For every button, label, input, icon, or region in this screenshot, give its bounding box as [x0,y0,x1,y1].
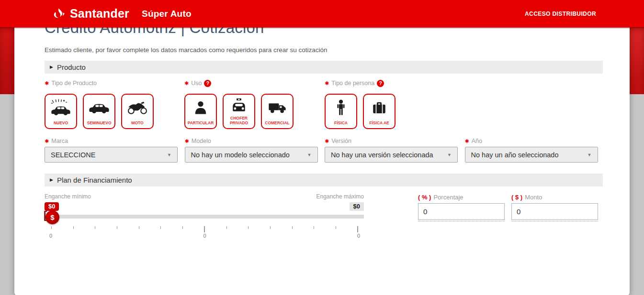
distributor-access-link[interactable]: ACCESO DISTRIBUIDOR [525,11,596,17]
brand-logo[interactable]: Santander [52,7,129,21]
slider-ticks [51,226,358,232]
tipo-persona-options: FÍSICA FÍSICA AE [325,94,603,129]
section-producto[interactable]: ▶ Producto [45,61,603,74]
field-porcentaje: ( % ) Porcentaje [418,193,505,239]
option-particular[interactable]: PARTICULAR [184,94,217,129]
required-asterisk: ✱ [45,81,49,86]
taxi-icon [224,95,254,116]
marca-select[interactable]: SELECCIONE ▼ [45,147,178,163]
help-icon[interactable]: ? [204,80,211,87]
chevron-down-icon: ▼ [307,153,312,157]
top-navbar: Santander Súper Auto ACCESO DISTRIBUIDOR [0,0,644,27]
enganche-slider-group: Enganche mínimo Enganche máximo $0 $0 [ … [45,193,364,239]
option-chofer-privado[interactable]: CHOFER PRIVADO [223,94,255,129]
option-fisica[interactable]: FÍSICA [325,94,357,129]
motorcycle-icon [122,95,153,120]
page: Santander Súper Auto ACCESO DISTRIBUIDOR… [0,0,644,295]
uso-options: PARTICULAR [184,94,325,129]
option-nuevo[interactable]: NUEVO [45,94,77,129]
person-icon [185,95,216,120]
slider: [ $ [45,211,364,224]
triangle-right-icon: ▶ [50,178,53,182]
required-asterisk: ✱ [45,139,49,144]
chevron-down-icon: ▼ [588,153,592,157]
page-subtitle: Estimado cliente, por favor complete los… [45,46,603,54]
modelo-label: ✱ Modelo [185,137,318,145]
monto-label: ( $ ) Monto [511,193,598,201]
required-asterisk: ✱ [325,81,329,86]
tipo-producto-options: NUEVO SEMINUEVO [45,94,184,129]
slider-tick-labels: 0 0 0 [49,233,360,239]
max-value-badge: $0 [350,202,364,211]
field-version: ✱ Versión No hay una versión seleccionad… [325,137,458,163]
anio-select[interactable]: No hay un año seleccionado ▼ [465,147,598,163]
option-comercial[interactable]: COMERCIAL [261,94,294,129]
brand-name: Santander [70,7,129,21]
truck-icon [262,95,293,120]
enganche-minimo-label: Enganche mínimo [45,193,91,200]
slider-labels: Enganche mínimo Enganche máximo [45,193,364,200]
anio-label: ✱ Año [465,137,598,145]
enganche-maximo-label: Enganche máximo [316,193,364,200]
required-asterisk: ✱ [325,139,329,144]
chevron-down-icon: ▼ [167,153,171,157]
standing-person-icon [326,95,356,120]
option-seminuevo[interactable]: SEMINUEVO [83,94,115,129]
version-select[interactable]: No hay una versión seleccionada ▼ [325,147,458,163]
monto-input-wrap [511,203,598,221]
modelo-select[interactable]: No hay un modelo seleccionado ▼ [185,147,318,163]
field-tipo-persona: ✱ Tipo de persona ? [325,79,603,129]
field-uso: ✱ Uso ? PARTICULAR [184,79,325,129]
section-plan-title: Plan de Financiamiento [57,176,132,184]
option-groups-row: ✱ Tipo de Producto [45,79,603,129]
required-asterisk: ✱ [185,139,189,144]
tipo-persona-label: ✱ Tipo de persona ? [325,79,603,87]
santander-flame-icon [52,8,66,20]
field-tipo-producto: ✱ Tipo de Producto [45,79,184,129]
field-modelo: ✱ Modelo No hay un modelo seleccionado ▼ [185,137,318,163]
tipo-producto-label: ✱ Tipo de Producto [45,79,184,87]
porcentaje-input[interactable] [418,203,505,220]
product-name: Súper Auto [142,9,192,19]
option-fisica-ae[interactable]: FÍSICA AE [363,94,395,129]
slider-track[interactable] [46,215,364,219]
marca-label: ✱ Marca [45,137,178,145]
chevron-down-icon: ▼ [447,153,452,157]
briefcase-icon [364,95,395,120]
section-plan[interactable]: ▶ Plan de Financiamiento [45,174,603,186]
used-car-icon [84,95,114,120]
section-producto-title: Producto [57,63,86,71]
option-moto[interactable]: MOTO [121,94,154,129]
monto-input[interactable] [511,203,598,220]
field-monto: ( $ ) Monto [511,193,598,239]
quote-card: Crédito Automotriz | Cotización Estimado… [14,0,630,295]
slider-handle[interactable]: $ [45,210,59,224]
porcentaje-input-wrap [418,203,505,221]
required-asterisk: ✱ [184,81,189,86]
field-marca: ✱ Marca SELECCIONE ▼ [45,137,178,163]
selects-row: ✱ Marca SELECCIONE ▼ ✱ Modelo No hay un … [45,137,603,163]
uso-label: ✱ Uso ? [184,79,325,87]
help-icon[interactable]: ? [377,80,384,87]
version-label: ✱ Versión [325,137,458,145]
new-car-icon [45,95,76,120]
field-anio: ✱ Año No hay un año seleccionado ▼ [465,137,598,163]
triangle-right-icon: ▶ [50,65,53,69]
financing-row: Enganche mínimo Enganche máximo $0 $0 [ … [45,193,603,239]
required-asterisk: ✱ [465,139,469,144]
slider-badges: $0 $0 [45,201,364,211]
porcentaje-label: ( % ) Porcentaje [418,193,505,201]
